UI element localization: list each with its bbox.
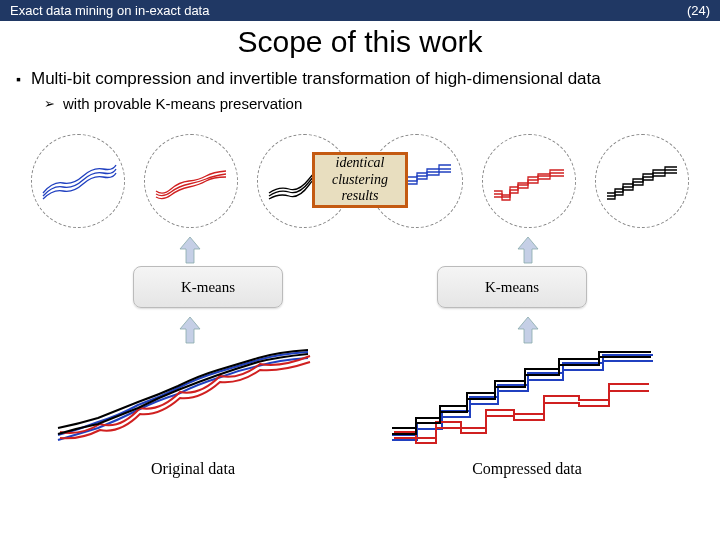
compressed-data-plot bbox=[382, 340, 662, 450]
kmeans-box-left: K-means bbox=[133, 266, 283, 308]
bullet-sub: with provable K-means preservation bbox=[44, 95, 704, 112]
kmeans-label: K-means bbox=[485, 279, 539, 296]
kmeans-label: K-means bbox=[181, 279, 235, 296]
identical-results-text: identical clustering results bbox=[315, 155, 405, 205]
slide-title: Scope of this work bbox=[0, 25, 720, 59]
page-number: (24) bbox=[687, 3, 710, 18]
original-data-plot bbox=[48, 340, 328, 450]
arrow-up-icon bbox=[516, 315, 540, 345]
header-title: Exact data mining on in-exact data bbox=[10, 3, 209, 18]
header-bar: Exact data mining on in-exact data (24) bbox=[0, 0, 720, 21]
cluster-circle-smooth-red bbox=[144, 134, 238, 228]
compressed-data-panel: Compressed data bbox=[382, 340, 672, 478]
arrow-up-icon bbox=[178, 235, 202, 265]
bullet-main-text: Multi-bit compression and invertible tra… bbox=[31, 69, 601, 89]
cluster-circle-step-black bbox=[595, 134, 689, 228]
kmeans-box-right: K-means bbox=[437, 266, 587, 308]
arrow-up-icon bbox=[516, 235, 540, 265]
cluster-circle-step-red bbox=[482, 134, 576, 228]
bullet-main: Multi-bit compression and invertible tra… bbox=[16, 69, 704, 89]
cluster-circle-smooth-blue bbox=[31, 134, 125, 228]
arrow-up-icon bbox=[178, 315, 202, 345]
data-plots-row: Original data Compressed data bbox=[16, 340, 704, 478]
kmeans-row: K-means K-means bbox=[16, 266, 704, 308]
bullet-sub-text: with provable K-means preservation bbox=[63, 95, 302, 112]
content-area: Multi-bit compression and invertible tra… bbox=[0, 59, 720, 504]
identical-results-box: identical clustering results bbox=[312, 152, 408, 208]
original-data-panel: Original data bbox=[48, 340, 338, 478]
original-data-label: Original data bbox=[48, 460, 338, 478]
diagram: identical clustering results K-means K-m… bbox=[16, 134, 704, 504]
compressed-data-label: Compressed data bbox=[382, 460, 672, 478]
